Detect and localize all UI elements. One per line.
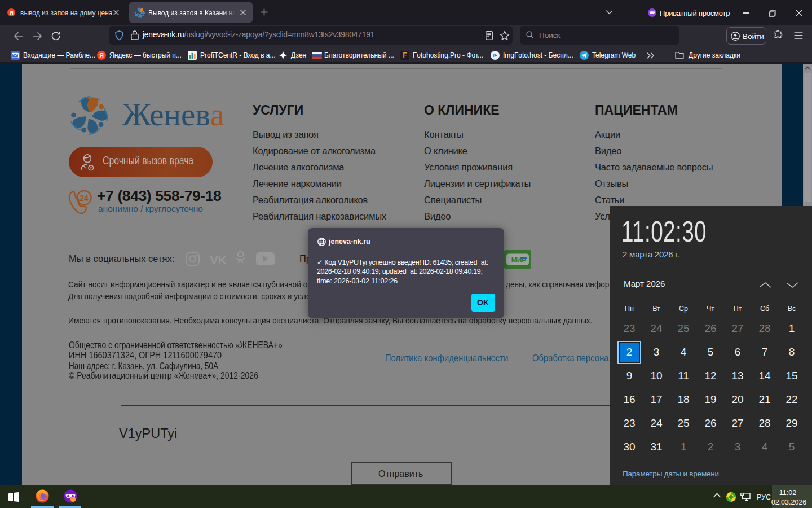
svg-text:Я: Я <box>10 10 14 16</box>
svg-text:IF: IF <box>493 52 497 58</box>
svg-text:F: F <box>403 51 407 59</box>
svg-text:24: 24 <box>80 194 89 203</box>
svg-text:МИ: МИ <box>511 256 522 264</box>
svg-text:Я: Я <box>99 52 104 59</box>
svg-text:VK: VK <box>210 255 226 265</box>
